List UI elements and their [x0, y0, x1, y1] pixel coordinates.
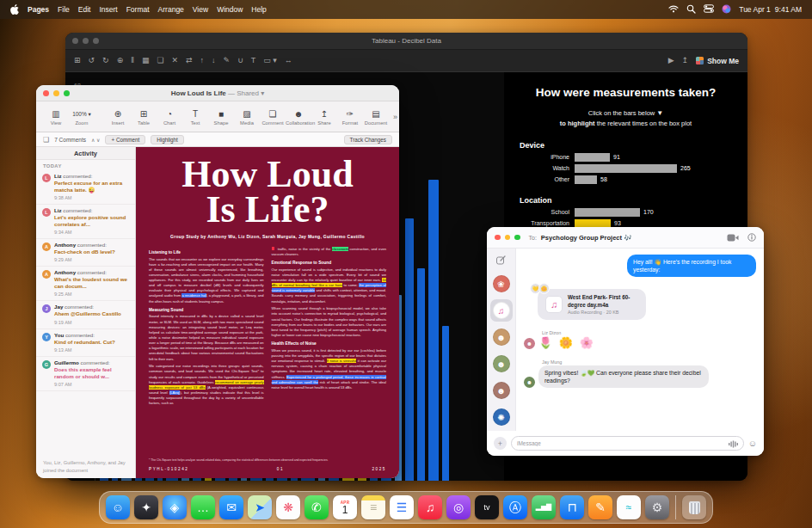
tableau-logo-icon[interactable]: ⊞: [74, 57, 81, 64]
dock-safari[interactable]: ◈: [163, 495, 187, 519]
toolbar-chart[interactable]: ◔Chart: [157, 108, 182, 126]
tapback-emoji[interactable]: 🌼: [538, 283, 550, 294]
panel-bar-iphone[interactable]: [575, 153, 610, 162]
box-plot-bar[interactable]: [405, 218, 414, 481]
presentation-mode-icon[interactable]: ▶: [668, 57, 674, 64]
comment-item[interactable]: LLiz commented:Let's explore positive so…: [36, 205, 135, 239]
comment-item[interactable]: LLiz commented:Perfect excuse for an ext…: [36, 170, 135, 205]
toolbar-zoom[interactable]: 100% ▾Zoom: [69, 108, 95, 126]
activity-header[interactable]: Activity: [36, 147, 135, 160]
minimize-button[interactable]: [505, 235, 511, 241]
document-page[interactable]: How Loud Is Life? Group Study by Anthony…: [136, 147, 399, 478]
menu-clock[interactable]: Tue Apr 1 9:41 AM: [739, 5, 802, 14]
dock-tv[interactable]: tv: [475, 495, 499, 519]
add-data-icon[interactable]: ⊕: [117, 57, 124, 64]
share-workbook-icon[interactable]: ↥: [682, 57, 689, 64]
dock-numbers[interactable]: ▂▅▇: [532, 495, 556, 519]
sent-message-bubble[interactable]: Hey all! 👋 Here's the recording I took y…: [627, 255, 756, 277]
menu-edit[interactable]: Edit: [78, 5, 91, 14]
box-plot-bar[interactable]: [428, 180, 439, 481]
panel-bar-school[interactable]: [575, 208, 640, 217]
track-changes-button[interactable]: Track Changes: [344, 135, 392, 144]
menu-insert[interactable]: Insert: [99, 5, 117, 14]
dock-podcasts[interactable]: ◎: [446, 495, 471, 519]
comment-item[interactable]: AAnthony commented:What's the loudest so…: [36, 267, 135, 301]
comments-count[interactable]: 7 Comments: [54, 137, 86, 143]
siri-icon[interactable]: [722, 4, 731, 15]
video-call-icon[interactable]: [727, 230, 739, 245]
menu-window[interactable]: Window: [217, 5, 243, 14]
comment-item[interactable]: GGuillermo commented:Does this example f…: [36, 357, 135, 391]
dock-maps[interactable]: ➤: [248, 495, 272, 519]
undo-icon[interactable]: ↺: [89, 57, 95, 64]
wifi-icon[interactable]: [668, 5, 679, 15]
dock-launchpad[interactable]: ✦: [134, 495, 158, 519]
dock-trash[interactable]: [682, 495, 706, 519]
sort-ascending-icon[interactable]: ↑: [200, 57, 205, 64]
comment-item[interactable]: AAnthony commented:Fact-check on dB leve…: [36, 239, 135, 267]
menu-arrange[interactable]: Arrange: [158, 5, 184, 14]
message-input[interactable]: [517, 440, 725, 446]
pause-updates-icon[interactable]: ‖: [131, 57, 134, 64]
dock-notes[interactable]: ≡: [361, 495, 385, 519]
menu-format[interactable]: Format: [126, 5, 150, 14]
conversation-avatar[interactable]: ☻: [490, 353, 513, 375]
new-worksheet-icon[interactable]: ▦: [142, 57, 150, 64]
toolbar-insert[interactable]: ⊕Insert: [105, 108, 131, 126]
toolbar-document[interactable]: ▤Document: [363, 108, 389, 126]
app-menu-pages[interactable]: Pages: [28, 5, 49, 14]
toolbar-share[interactable]: ↥Share: [311, 108, 337, 126]
conversation-title[interactable]: Psychology Group Project 🎶: [541, 234, 632, 242]
dock-finder[interactable]: ☺: [106, 495, 130, 519]
redo-icon[interactable]: ↻: [102, 57, 109, 64]
dock-mail[interactable]: ✉: [219, 495, 243, 519]
sender-avatar[interactable]: ☻: [524, 377, 535, 388]
show-mark-labels-icon[interactable]: T: [251, 57, 256, 64]
tableau-titlebar[interactable]: Tableau - Decibel Data: [65, 33, 747, 50]
conversation-avatar[interactable]: ☻: [490, 326, 513, 348]
toolbar-shape[interactable]: ■Shape: [208, 108, 234, 126]
compose-icon[interactable]: [496, 253, 506, 268]
toolbar-collaboration[interactable]: ☻Collaboration: [286, 108, 311, 126]
conversation-avatar[interactable]: ❀: [490, 273, 513, 295]
menu-help[interactable]: Help: [251, 5, 266, 14]
fit-selector[interactable]: ▭ ▾: [263, 57, 277, 64]
dock-messages[interactable]: …: [191, 495, 215, 519]
conversation-avatar[interactable]: ✺: [490, 406, 513, 428]
panel-bar-watch[interactable]: [575, 164, 677, 173]
comment-item[interactable]: JJay commented:Ahem @Guillermo Castillo9…: [36, 301, 135, 328]
toolbar-table[interactable]: ⊞Table: [131, 108, 157, 126]
comment-nav-arrows[interactable]: ∧ ∨: [91, 137, 100, 143]
emoji-picker-icon[interactable]: ☺: [748, 439, 757, 448]
dock-facetime[interactable]: ✆: [304, 495, 329, 519]
comments-panel-icon[interactable]: ❏: [43, 136, 49, 144]
highlight-icon[interactable]: ✎: [224, 57, 231, 64]
dock-app-store[interactable]: Ⓐ: [503, 495, 527, 519]
box-plot-bar[interactable]: [442, 326, 449, 481]
control-center-icon[interactable]: [704, 4, 714, 15]
dock-settings[interactable]: ⚙: [645, 495, 669, 519]
dock-keynote[interactable]: ⊓: [560, 495, 584, 519]
menu-file[interactable]: File: [58, 5, 70, 14]
pages-titlebar[interactable]: How Loud Is Life — Shared ▾: [36, 85, 399, 101]
fit-width-icon[interactable]: ↔: [285, 57, 292, 64]
message-input-field[interactable]: [511, 436, 744, 451]
toolbar-view[interactable]: ▥View: [43, 108, 69, 126]
toolbar-text[interactable]: TText: [182, 108, 208, 126]
info-icon[interactable]: [747, 230, 756, 245]
toolbar-media[interactable]: ▨Media: [234, 108, 260, 126]
toolbar-comment[interactable]: ❏Comment: [260, 108, 286, 126]
dock-reminders[interactable]: ☰: [390, 495, 414, 519]
audio-message-icon[interactable]: [729, 436, 738, 451]
audio-attachment[interactable]: 💛 🌼 ♫ West End Park- First 60-degree day…: [538, 289, 646, 319]
flower-emojis-message[interactable]: 🌷 🌼 🌸: [538, 336, 595, 349]
show-me-button[interactable]: Show Me: [696, 57, 739, 65]
dock-calendar[interactable]: APR1: [333, 495, 357, 519]
dock-photos[interactable]: ❋: [276, 495, 300, 519]
conversation-avatar[interactable]: ♫: [490, 299, 513, 322]
received-message-bubble[interactable]: Spring vibes! 🍃💚 Can everyone please sha…: [538, 365, 709, 388]
swap-axes-icon[interactable]: ⇄: [186, 57, 193, 64]
search-icon[interactable]: [686, 4, 696, 15]
panel-bar-other[interactable]: [575, 175, 597, 184]
add-attachment-button[interactable]: +: [494, 437, 507, 450]
